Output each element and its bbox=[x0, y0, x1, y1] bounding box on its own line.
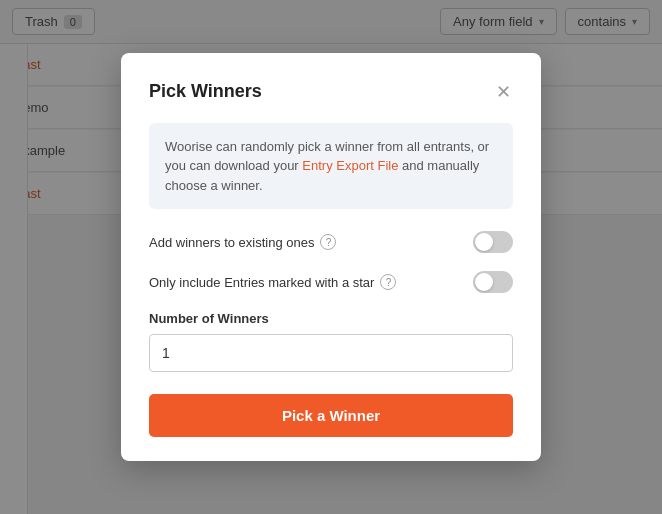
number-field-label: Number of Winners bbox=[149, 311, 513, 326]
add-winners-toggle[interactable] bbox=[473, 231, 513, 253]
star-entries-toggle[interactable] bbox=[473, 271, 513, 293]
pick-winners-modal: Pick Winners ✕ Woorise can randomly pick… bbox=[121, 53, 541, 462]
number-field-group: Number of Winners bbox=[149, 311, 513, 372]
help-icon-2[interactable]: ? bbox=[380, 274, 396, 290]
pick-winner-button[interactable]: Pick a Winner bbox=[149, 394, 513, 437]
entry-export-link[interactable]: Entry Export File bbox=[302, 158, 398, 173]
close-icon: ✕ bbox=[496, 83, 511, 101]
star-entries-label: Only include Entries marked with a star … bbox=[149, 274, 396, 290]
add-winners-label: Add winners to existing ones ? bbox=[149, 234, 336, 250]
help-icon-1[interactable]: ? bbox=[320, 234, 336, 250]
modal-title: Pick Winners bbox=[149, 81, 262, 102]
modal-overlay: Pick Winners ✕ Woorise can randomly pick… bbox=[0, 0, 662, 514]
add-winners-toggle-row: Add winners to existing ones ? bbox=[149, 231, 513, 253]
close-button[interactable]: ✕ bbox=[494, 81, 513, 103]
info-box: Woorise can randomly pick a winner from … bbox=[149, 123, 513, 210]
number-of-winners-input[interactable] bbox=[149, 334, 513, 372]
modal-header: Pick Winners ✕ bbox=[149, 81, 513, 103]
star-entries-toggle-row: Only include Entries marked with a star … bbox=[149, 271, 513, 293]
